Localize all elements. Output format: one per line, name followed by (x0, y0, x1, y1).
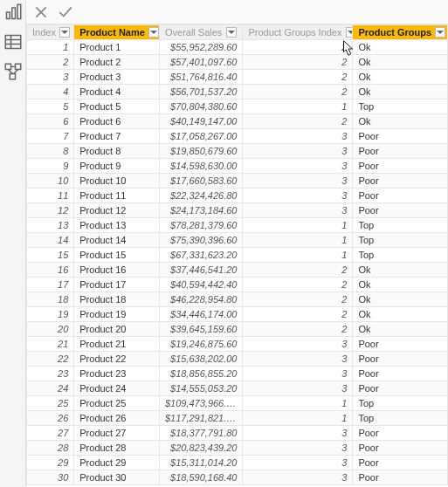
report-view-icon[interactable] (4, 3, 22, 21)
cancel-icon[interactable] (33, 4, 49, 20)
cell-product-groups: Poor (353, 144, 448, 159)
filter-button[interactable] (59, 27, 70, 38)
cell-product-groups-index: 3 (243, 381, 353, 396)
table-row[interactable]: 1Product 1$55,952,289.602Ok (27, 40, 448, 55)
filter-button[interactable] (435, 27, 445, 38)
cell-product-groups: Poor (353, 426, 448, 441)
cell-overall-sales: $24,173,184.60 (159, 203, 243, 218)
cell-index: 17 (27, 278, 74, 292)
cell-index: 8 (27, 144, 74, 159)
cell-product-groups-index: 2 (243, 292, 353, 307)
table-row[interactable]: 8Product 8$19,850,679.603Poor (27, 144, 448, 159)
col-label: Product Groups (358, 27, 431, 38)
table-row[interactable]: 14Product 14$75,390,396.601Top (27, 233, 448, 248)
table-row[interactable]: 27Product 27$18,377,791.803Poor (27, 426, 448, 441)
table-row[interactable]: 30Product 30$18,590,168.403Poor (27, 470, 448, 485)
svg-marker-19 (437, 31, 444, 34)
table-row[interactable]: 2Product 2$57,401,097.602Ok (27, 55, 448, 70)
cell-overall-sales: $109,473,966.60 (159, 396, 243, 411)
table-row[interactable]: 28Product 28$20,823,439.203Poor (27, 441, 448, 456)
col-header-product-name[interactable]: Product Name (74, 25, 160, 40)
table-row[interactable]: 6Product 6$40,149,147.002Ok (27, 114, 448, 129)
cell-product-name: Product 13 (74, 218, 160, 233)
table-row[interactable]: 13Product 13$78,281,379.601Top (27, 218, 448, 233)
cell-product-groups: Poor (353, 441, 448, 456)
cell-product-groups-index: 3 (243, 367, 353, 381)
model-view-icon[interactable] (4, 63, 22, 80)
cell-product-groups-index: 3 (243, 144, 353, 159)
cell-product-name: Product 19 (74, 307, 160, 322)
cell-overall-sales: $57,401,097.60 (159, 55, 243, 70)
col-header-product-groups[interactable]: Product Groups (353, 25, 448, 40)
cell-index: 2 (27, 55, 74, 70)
cell-product-name: Product 30 (74, 470, 160, 485)
cell-product-name: Product 12 (74, 203, 160, 218)
cell-product-name: Product 27 (74, 426, 160, 441)
cell-product-groups-index: 2 (243, 70, 353, 85)
cell-overall-sales: $78,281,379.60 (159, 218, 243, 233)
cell-product-groups: Ok (353, 70, 448, 85)
filter-button[interactable] (346, 27, 353, 38)
filter-button[interactable] (226, 27, 237, 38)
cell-product-name: Product 23 (74, 367, 160, 381)
table-row[interactable]: 24Product 24$14,555,053.203Poor (27, 381, 448, 396)
cell-product-groups-index: 3 (243, 470, 353, 485)
table-row[interactable]: 25Product 25$109,473,966.601Top (27, 396, 448, 411)
cell-product-groups: Ok (353, 292, 448, 307)
cell-product-name: Product 7 (74, 129, 160, 144)
table-row[interactable]: 26Product 26$117,291,821.401Top (27, 411, 448, 426)
commit-icon[interactable] (58, 4, 73, 20)
table-row[interactable]: 12Product 12$24,173,184.603Poor (27, 203, 448, 218)
table-row[interactable]: 15Product 15$67,331,623.201Top (27, 248, 448, 263)
cell-product-name: Product 5 (74, 99, 160, 114)
table-row[interactable]: 11Product 11$22,324,426.803Poor (27, 189, 448, 203)
cell-product-groups-index: 3 (243, 426, 353, 441)
table-row[interactable]: 10Product 10$17,660,583.603Poor (27, 174, 448, 189)
cell-product-groups-index: 2 (243, 55, 353, 70)
table-row[interactable]: 7Product 7$17,058,267.003Poor (27, 129, 448, 144)
cell-overall-sales: $70,804,380.60 (159, 99, 243, 114)
main-panel: Index Product Name Overall Sales Product… (26, 0, 448, 487)
table-row[interactable]: 18Product 18$46,228,954.802Ok (27, 292, 448, 307)
cell-product-groups: Ok (353, 85, 448, 99)
cell-product-name: Product 6 (74, 114, 160, 129)
table-row[interactable]: 3Product 3$51,764,816.402Ok (27, 70, 448, 85)
cell-overall-sales: $17,058,267.00 (159, 129, 243, 144)
cell-index: 11 (27, 189, 74, 203)
cell-index: 27 (27, 426, 74, 441)
cell-overall-sales: $14,555,053.20 (159, 381, 243, 396)
cell-overall-sales: $37,446,541.20 (159, 263, 243, 278)
col-header-index[interactable]: Index (27, 25, 74, 40)
data-table-wrapper[interactable]: Index Product Name Overall Sales Product… (26, 24, 448, 487)
cell-index: 30 (27, 470, 74, 485)
col-label: Overall Sales (165, 27, 222, 38)
table-row[interactable]: 16Product 16$37,446,541.202Ok (27, 263, 448, 278)
left-nav (0, 0, 26, 487)
filter-button[interactable] (148, 27, 159, 38)
cell-product-groups: Poor (353, 159, 448, 174)
cell-product-groups: Ok (353, 263, 448, 278)
table-row[interactable]: 22Product 22$15,638,202.003Poor (27, 352, 448, 367)
table-row[interactable]: 21Product 21$19,246,875.603Poor (27, 337, 448, 352)
cell-index: 1 (27, 40, 74, 55)
table-row[interactable]: 19Product 19$34,446,174.002Ok (27, 307, 448, 322)
cell-overall-sales: $56,701,537.20 (159, 85, 243, 99)
cell-product-groups-index: 3 (243, 352, 353, 367)
cell-index: 3 (27, 70, 74, 85)
col-header-overall-sales[interactable]: Overall Sales (159, 25, 243, 40)
cell-product-groups-index: 1 (243, 218, 353, 233)
table-row[interactable]: 5Product 5$70,804,380.601Top (27, 99, 448, 114)
table-row[interactable]: 9Product 9$14,598,630.003Poor (27, 159, 448, 174)
cell-product-groups: Poor (353, 203, 448, 218)
table-row[interactable]: 4Product 4$56,701,537.202Ok (27, 85, 448, 99)
cell-index: 7 (27, 129, 74, 144)
cell-product-name: Product 26 (74, 411, 160, 426)
cell-overall-sales: $15,311,014.20 (159, 456, 243, 470)
col-header-product-groups-index[interactable]: Product Groups Index (243, 25, 353, 40)
table-row[interactable]: 20Product 20$39,645,159.602Ok (27, 322, 448, 337)
data-view-icon[interactable] (4, 33, 22, 51)
table-row[interactable]: 17Product 17$40,594,442.402Ok (27, 278, 448, 292)
table-row[interactable]: 23Product 23$18,856,855.203Poor (27, 367, 448, 381)
table-row[interactable]: 29Product 29$15,311,014.203Poor (27, 456, 448, 470)
cell-product-groups-index: 1 (243, 233, 353, 248)
